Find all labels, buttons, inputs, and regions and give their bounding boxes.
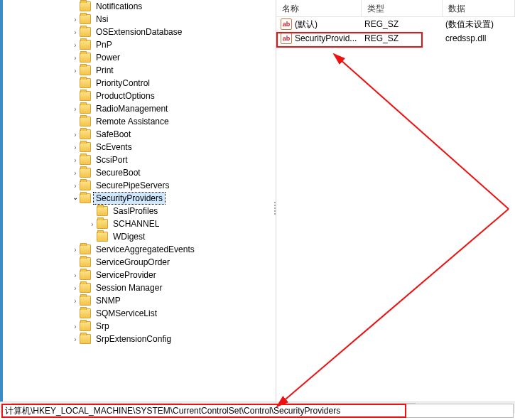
chevron-icon[interactable]: › bbox=[71, 246, 80, 254]
value-data: credssp.dll bbox=[443, 33, 515, 43]
list-header: 名称 类型 数据 bbox=[276, 0, 515, 17]
tree-item[interactable]: ›Nsi bbox=[3, 13, 276, 26]
chevron-icon[interactable]: ⌄ bbox=[71, 193, 80, 201]
chevron-icon[interactable]: › bbox=[71, 182, 80, 190]
tree-item[interactable]: SaslProfiles bbox=[3, 205, 276, 217]
chevron-icon[interactable]: › bbox=[71, 28, 80, 36]
tree-label: ServiceAggregatedEvents bbox=[94, 244, 197, 255]
tree-item[interactable]: ›Power bbox=[3, 51, 276, 64]
folder-icon bbox=[80, 321, 91, 331]
col-type[interactable]: 类型 bbox=[362, 0, 443, 16]
folder-icon bbox=[80, 270, 91, 280]
col-name[interactable]: 名称 bbox=[276, 0, 362, 16]
tree-label: RadioManagement bbox=[94, 103, 170, 114]
tree-label: PnP bbox=[94, 39, 114, 50]
chevron-icon[interactable]: › bbox=[71, 284, 80, 292]
value-name: SecurityProvid... bbox=[295, 33, 362, 43]
tree-label: SaslProfiles bbox=[111, 205, 160, 217]
tree-item[interactable]: ›ScsiPort bbox=[3, 154, 276, 166]
registry-tree[interactable]: Notifications›Nsi›OSExtensionDatabase›Pn… bbox=[3, 0, 276, 402]
value-type: REG_SZ bbox=[362, 19, 443, 29]
tree-label: ServiceGroupOrder bbox=[94, 257, 172, 268]
folder-icon bbox=[80, 334, 91, 344]
tree-item[interactable]: ›SecureBoot bbox=[3, 166, 276, 179]
path-text: 计算机\HKEY_LOCAL_MACHINE\SYSTEM\CurrentCon… bbox=[5, 405, 340, 417]
value-name: (默认) bbox=[295, 18, 362, 31]
value-row[interactable]: abSecurityProvid...REG_SZcredssp.dll bbox=[276, 31, 515, 45]
chevron-icon[interactable]: › bbox=[71, 67, 80, 75]
col-data[interactable]: 数据 bbox=[443, 0, 515, 16]
chevron-icon[interactable]: › bbox=[71, 144, 80, 151]
tree-item[interactable]: ›SecurePipeServers bbox=[3, 179, 276, 192]
folder-icon bbox=[80, 1, 91, 11]
folder-icon bbox=[97, 232, 108, 242]
tree-item[interactable]: PriorityControl bbox=[3, 77, 276, 90]
tree-label: OSExtensionDatabase bbox=[94, 26, 184, 38]
tree-item[interactable]: ›ServiceProvider bbox=[3, 269, 276, 281]
tree-label: SNMP bbox=[94, 295, 123, 306]
value-list: 名称 类型 数据 ab(默认)REG_SZ(数值未设置)abSecurityPr… bbox=[276, 0, 515, 402]
chevron-icon[interactable]: › bbox=[71, 41, 80, 49]
tree-item[interactable]: ›RadioManagement bbox=[3, 102, 276, 115]
tree-label: SecureBoot bbox=[94, 167, 143, 178]
folder-icon bbox=[80, 78, 91, 88]
chevron-icon[interactable]: › bbox=[71, 131, 80, 139]
chevron-icon[interactable]: › bbox=[71, 16, 80, 23]
tree-label: SrpExtensionConfig bbox=[94, 333, 173, 345]
chevron-icon[interactable]: › bbox=[71, 297, 80, 305]
chevron-icon[interactable]: › bbox=[71, 156, 80, 164]
tree-label: Remote Assistance bbox=[94, 116, 171, 127]
tree-item[interactable]: ›Session Manager bbox=[3, 281, 276, 294]
tree-item[interactable]: WDigest bbox=[3, 230, 276, 243]
tree-item[interactable]: Notifications bbox=[3, 0, 276, 13]
tree-item[interactable]: Remote Assistance bbox=[3, 115, 276, 128]
tree-item[interactable]: ›SrpExtensionConfig bbox=[3, 333, 276, 345]
address-bar[interactable]: 计算机\HKEY_LOCAL_MACHINE\SYSTEM\CurrentCon… bbox=[1, 404, 514, 418]
tree-label: SecurePipeServers bbox=[94, 180, 171, 191]
tree-label: ServiceProvider bbox=[94, 269, 158, 281]
tree-label: Session Manager bbox=[94, 282, 164, 294]
tree-item[interactable]: ›PnP bbox=[3, 38, 276, 51]
folder-icon bbox=[80, 257, 91, 267]
folder-icon bbox=[80, 91, 91, 101]
tree-label: WDigest bbox=[111, 231, 147, 242]
tree-item[interactable]: SQMServiceList bbox=[3, 307, 276, 320]
tree-item[interactable]: ›ScEvents bbox=[3, 141, 276, 154]
tree-label: SCHANNEL bbox=[111, 218, 161, 230]
tree-item[interactable]: ›SNMP bbox=[3, 294, 276, 307]
folder-icon bbox=[80, 193, 91, 203]
folder-icon bbox=[80, 181, 91, 190]
folder-icon bbox=[80, 244, 91, 254]
chevron-icon[interactable]: › bbox=[88, 220, 97, 228]
tree-item[interactable]: ›SafeBoot bbox=[3, 128, 276, 141]
string-icon: ab bbox=[281, 33, 292, 44]
chevron-icon[interactable]: › bbox=[71, 54, 80, 62]
tree-label: Notifications bbox=[94, 1, 144, 12]
chevron-icon[interactable]: › bbox=[71, 105, 80, 113]
tree-label: Power bbox=[94, 52, 122, 63]
tree-item[interactable]: ServiceGroupOrder bbox=[3, 256, 276, 269]
tree-item[interactable]: ⌄SecurityProviders bbox=[3, 192, 276, 205]
chevron-icon[interactable]: › bbox=[71, 323, 80, 330]
tree-item[interactable]: ›Print bbox=[3, 64, 276, 77]
tree-label: ProductOptions bbox=[94, 90, 157, 102]
tree-item[interactable]: ProductOptions bbox=[3, 90, 276, 102]
folder-icon bbox=[80, 129, 91, 139]
tree-item[interactable]: ›OSExtensionDatabase bbox=[3, 26, 276, 38]
chevron-icon[interactable]: › bbox=[71, 169, 80, 177]
tree-label: ScsiPort bbox=[94, 154, 130, 166]
tree-item[interactable]: ›ServiceAggregatedEvents bbox=[3, 243, 276, 256]
string-icon: ab bbox=[281, 18, 292, 30]
tree-item[interactable]: ›SCHANNEL bbox=[3, 217, 276, 230]
tree-label: PriorityControl bbox=[94, 77, 152, 89]
tree-item[interactable]: ›Srp bbox=[3, 320, 276, 333]
chevron-icon[interactable]: › bbox=[71, 271, 80, 279]
folder-icon bbox=[80, 168, 91, 178]
tree-label: Nsi bbox=[94, 14, 110, 25]
value-row[interactable]: ab(默认)REG_SZ(数值未设置) bbox=[276, 17, 515, 31]
folder-icon bbox=[80, 283, 91, 293]
folder-icon bbox=[80, 14, 91, 24]
chevron-icon[interactable]: › bbox=[71, 335, 80, 343]
tree-label: SafeBoot bbox=[94, 129, 133, 140]
folder-icon bbox=[80, 27, 91, 37]
